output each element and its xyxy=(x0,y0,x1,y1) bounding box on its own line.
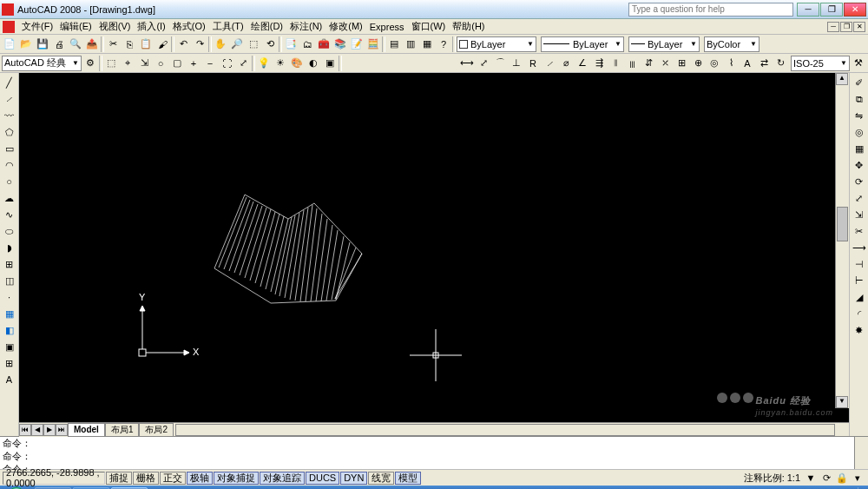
lineweight-dropdown[interactable]: ByLayer ▼ xyxy=(628,36,700,52)
properties-button[interactable]: 📑 xyxy=(283,36,299,52)
tab-prev-button[interactable]: ◀ xyxy=(31,424,43,436)
layer-c-button[interactable]: ▦ xyxy=(419,36,435,52)
dim-ord-button[interactable]: ⊥ xyxy=(509,56,524,71)
menu-modify[interactable]: 修改(M) xyxy=(326,20,366,33)
annoscale-value[interactable]: 1:1 xyxy=(787,472,800,483)
coordinate-display[interactable]: 2766.2665, -28.9898 , 0.0000 xyxy=(3,472,105,485)
stretch-tool[interactable]: ⇲ xyxy=(852,207,867,222)
workspace-dropdown[interactable]: AutoCAD 经典 ▼ xyxy=(2,56,82,71)
ellipsearc-tool[interactable]: ◗ xyxy=(2,240,17,255)
calc-button[interactable]: 🧮 xyxy=(365,36,381,52)
dimupdate-button[interactable]: ↻ xyxy=(773,56,788,71)
move-tool[interactable]: ✥ xyxy=(852,157,867,173)
menu-express[interactable]: Express xyxy=(366,22,408,32)
lwt-toggle[interactable]: 线宽 xyxy=(368,472,394,485)
ducs-toggle[interactable]: DUCS xyxy=(306,472,339,485)
new-button[interactable]: 📄 xyxy=(2,36,17,52)
dyn-toggle[interactable]: DYN xyxy=(340,472,367,485)
command-scrollbar[interactable] xyxy=(854,437,868,469)
zoom-center-button[interactable]: ○ xyxy=(153,56,168,71)
menu-draw[interactable]: 绘图(D) xyxy=(247,20,286,33)
dcenter-button[interactable]: 🗂 xyxy=(299,36,315,52)
model-toggle[interactable]: 模型 xyxy=(395,472,421,485)
zoom-win2-button[interactable]: ⬚ xyxy=(103,56,119,71)
explode-tool[interactable]: ✸ xyxy=(852,322,867,338)
linetype-dropdown[interactable]: ByLayer ▼ xyxy=(541,36,624,52)
dim-radius-button[interactable]: R xyxy=(525,56,541,71)
region-tool[interactable]: ▣ xyxy=(2,339,17,354)
polar-toggle[interactable]: 极轴 xyxy=(187,472,213,485)
visual-button[interactable]: ▣ xyxy=(322,56,338,71)
ortho-toggle[interactable]: 正交 xyxy=(160,472,186,485)
zoom-obj-button[interactable]: ▢ xyxy=(169,56,185,71)
dimtedit-button[interactable]: ⇄ xyxy=(756,56,772,71)
annovis-button[interactable]: ⟳ xyxy=(819,470,834,486)
dim-cont-button[interactable]: ⫼ xyxy=(624,56,640,71)
annoauto-button[interactable]: 🔒 xyxy=(834,470,850,486)
dim-space-button[interactable]: ⇵ xyxy=(641,56,656,71)
mirror-tool[interactable]: ⇋ xyxy=(852,108,867,123)
tab-last-button[interactable]: ⏭ xyxy=(56,424,68,436)
save-button[interactable]: 💾 xyxy=(35,36,50,52)
spline-tool[interactable]: ∿ xyxy=(2,207,17,222)
help-icon-button[interactable]: ? xyxy=(436,36,451,52)
menu-insert[interactable]: 插入(I) xyxy=(134,20,168,33)
dimedit-button[interactable]: A xyxy=(740,56,755,71)
markup-button[interactable]: 📝 xyxy=(349,36,365,52)
menu-window[interactable]: 窗口(W) xyxy=(408,20,450,33)
join-tool[interactable]: ⊢ xyxy=(852,273,867,288)
plot-button[interactable]: 🖨 xyxy=(51,36,67,52)
light-button[interactable]: 💡 xyxy=(256,56,272,71)
insert-tool[interactable]: ⊞ xyxy=(2,256,17,272)
dim-base-button[interactable]: ⫴ xyxy=(608,56,623,71)
mdi-restore-button[interactable]: ❐ xyxy=(840,22,852,32)
ssm-button[interactable]: 📚 xyxy=(332,36,348,52)
menu-edit[interactable]: 编辑(E) xyxy=(56,20,95,33)
scroll-up-button[interactable]: ▲ xyxy=(836,73,848,85)
point-tool[interactable]: · xyxy=(2,289,17,305)
drawing-canvas[interactable]: X Y xyxy=(19,73,849,422)
polygon-tool[interactable]: ⬠ xyxy=(2,124,17,140)
sun-button[interactable]: ☀ xyxy=(273,56,288,71)
centermark-button[interactable]: ⊕ xyxy=(690,56,706,71)
ws-settings-button[interactable]: ⚙ xyxy=(82,56,98,71)
mtext-tool[interactable]: A xyxy=(2,372,17,387)
menu-format[interactable]: 格式(O) xyxy=(169,20,209,33)
scroll-down-button[interactable]: ▼ xyxy=(836,396,848,408)
rotate-tool[interactable]: ⟳ xyxy=(852,174,867,189)
dim-jogline-button[interactable]: ⌇ xyxy=(723,56,739,71)
dim-quick-button[interactable]: ⇶ xyxy=(591,56,607,71)
inspect-button[interactable]: ◎ xyxy=(707,56,722,71)
zoom-in-button[interactable]: + xyxy=(186,56,201,71)
menu-dimension[interactable]: 标注(N) xyxy=(286,20,326,33)
maximize-button[interactable]: ❐ xyxy=(820,3,843,17)
dim-dia-button[interactable]: ⌀ xyxy=(558,56,574,71)
minimize-button[interactable]: ─ xyxy=(797,3,819,17)
command-window[interactable]: 命令： 命令： 命令： xyxy=(0,436,868,469)
dim-aligned-button[interactable]: ⤢ xyxy=(476,56,491,71)
rect-tool[interactable]: ▭ xyxy=(2,141,17,156)
tab-next-button[interactable]: ▶ xyxy=(43,424,56,436)
copy-button[interactable]: ⎘ xyxy=(122,36,137,52)
preview-button[interactable]: 🔍 xyxy=(68,36,83,52)
open-button[interactable]: 📂 xyxy=(18,36,34,52)
fillet-tool[interactable]: ◜ xyxy=(852,306,867,321)
tpalette-button[interactable]: 🧰 xyxy=(316,36,332,52)
grid-toggle[interactable]: 栅格 xyxy=(133,472,159,485)
line-tool[interactable]: ╱ xyxy=(2,75,17,90)
menu-tools[interactable]: 工具(T) xyxy=(209,20,247,33)
offset-tool[interactable]: ◎ xyxy=(852,124,867,140)
dim-ang-button[interactable]: ∠ xyxy=(575,56,590,71)
dim-linear-button[interactable]: ⟷ xyxy=(459,56,475,71)
tab-model[interactable]: Model xyxy=(68,423,105,437)
color-dropdown[interactable]: ByLayer ▼ xyxy=(457,36,536,52)
pan-button[interactable]: ✋ xyxy=(213,36,228,52)
paste-button[interactable]: 📋 xyxy=(138,36,154,52)
tab-layout2[interactable]: 布局2 xyxy=(139,423,174,437)
chamfer-tool[interactable]: ◢ xyxy=(852,289,867,305)
publish-button[interactable]: 📤 xyxy=(84,36,100,52)
erase-tool[interactable]: ✐ xyxy=(852,75,867,90)
zoom-dyn-button[interactable]: ⌖ xyxy=(120,56,135,71)
tab-layout1[interactable]: 布局1 xyxy=(105,423,140,437)
zoom-prev-button[interactable]: ⟲ xyxy=(262,36,278,52)
